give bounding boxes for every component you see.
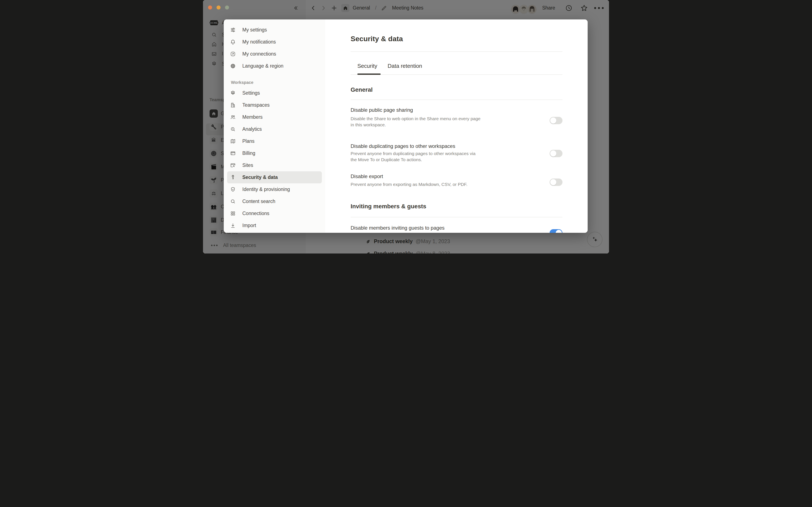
settings-nav-sites[interactable]: Sites	[227, 159, 322, 171]
search-sparkle-icon	[230, 126, 236, 132]
toggle-disable-public-sharing[interactable]	[550, 117, 562, 124]
settings-nav-teamspaces[interactable]: Teamspaces	[227, 99, 322, 111]
search-icon	[230, 199, 236, 204]
divider	[351, 74, 562, 75]
settings-nav-billing[interactable]: Billing	[227, 147, 322, 159]
divider	[351, 51, 562, 52]
settings-sidebar: My settings My notifications My connecti…	[224, 19, 325, 233]
setting-description: Disable the Share to web option in the S…	[351, 116, 480, 128]
shield-check-icon	[230, 186, 236, 192]
settings-modal: My settings My notifications My connecti…	[224, 19, 588, 233]
building-icon	[230, 102, 236, 108]
setting-title: Disable duplicating pages to other works…	[351, 143, 455, 149]
bell-icon	[230, 39, 236, 45]
members-icon	[230, 114, 236, 120]
setting-description: Prevent anyone from exporting as Markdow…	[351, 181, 467, 187]
map-icon	[230, 138, 236, 144]
settings-nav-connections[interactable]: Connections	[227, 208, 322, 220]
import-arrow-icon	[230, 223, 236, 228]
section-heading-inviting: Inviting members & guests	[351, 203, 426, 210]
workspace-section-label: Workspace	[231, 80, 253, 85]
section-heading-general: General	[351, 87, 372, 93]
key-icon	[230, 174, 236, 180]
globe-icon	[230, 63, 236, 69]
divider	[351, 217, 562, 217]
settings-nav-identity-provisioning[interactable]: Identity & provisioning	[227, 183, 322, 195]
divider	[351, 100, 562, 100]
active-tab-underline	[357, 73, 380, 75]
settings-nav-content-search[interactable]: Content search	[227, 195, 322, 208]
credit-card-icon	[230, 151, 236, 156]
setting-title: Disable public page sharing	[351, 107, 413, 113]
toggle-disable-export[interactable]	[550, 178, 562, 186]
settings-nav-plans[interactable]: Plans	[227, 135, 322, 147]
settings-nav-analytics[interactable]: Analytics	[227, 123, 322, 135]
settings-page-title: Security & data	[351, 35, 403, 43]
settings-content: Security & data Security Data retention …	[325, 19, 588, 233]
toggle-disable-duplicating[interactable]	[550, 150, 562, 157]
settings-nav-settings[interactable]: Settings	[227, 87, 322, 99]
notion-window: General / Meeting Notes Share ACME A	[203, 0, 609, 253]
settings-nav-members[interactable]: Members	[227, 111, 322, 123]
tab-security[interactable]: Security	[357, 63, 377, 69]
setting-title: Disable export	[351, 173, 383, 179]
sliders-icon	[230, 27, 236, 33]
browser-cursor-icon	[230, 162, 236, 168]
gear-icon	[230, 90, 236, 96]
zoom-window-icon[interactable]	[225, 5, 229, 9]
settings-nav-my-connections[interactable]: My connections	[227, 48, 322, 60]
settings-nav-my-notifications[interactable]: My notifications	[227, 36, 322, 48]
settings-nav-language-region[interactable]: Language & region	[227, 60, 322, 72]
settings-nav-import[interactable]: Import	[227, 220, 322, 231]
setting-description: Prevent anyone from duplicating pages to…	[351, 151, 475, 163]
setting-title: Disable members inviting guests to pages	[351, 225, 445, 231]
grid-icon	[230, 211, 236, 216]
tab-data-retention[interactable]: Data retention	[388, 63, 422, 69]
window-controls	[208, 5, 229, 9]
settings-nav-security-data[interactable]: Security & data	[227, 171, 322, 183]
close-window-icon[interactable]	[208, 5, 212, 9]
minimize-window-icon[interactable]	[216, 5, 220, 9]
arrow-up-right-square-icon	[230, 51, 236, 57]
toggle-disable-inviting-guests[interactable]	[550, 229, 562, 233]
settings-nav-my-settings[interactable]: My settings	[227, 24, 322, 36]
